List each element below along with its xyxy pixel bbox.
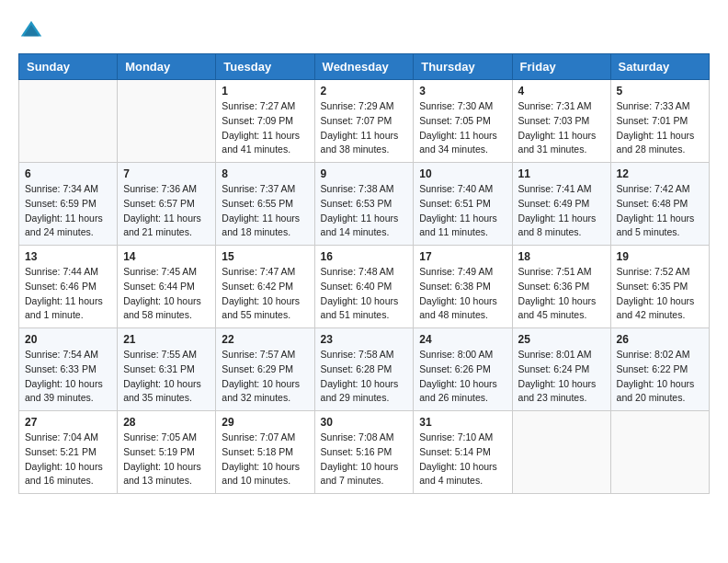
day-info: Sunrise: 8:01 AM Sunset: 6:24 PM Dayligh… — [518, 348, 605, 406]
day-info: Sunrise: 7:36 AM Sunset: 6:57 PM Dayligh… — [123, 182, 210, 240]
sunset: Sunset: 6:42 PM — [222, 281, 293, 292]
logo-icon — [18, 18, 44, 44]
day-info: Sunrise: 8:00 AM Sunset: 6:26 PM Dayligh… — [419, 348, 506, 406]
day-info: Sunrise: 7:31 AM Sunset: 7:03 PM Dayligh… — [518, 99, 605, 157]
sunrise: Sunrise: 7:58 AM — [321, 349, 394, 360]
calendar-cell: 5 Sunrise: 7:33 AM Sunset: 7:01 PM Dayli… — [610, 80, 709, 163]
sunrise: Sunrise: 7:44 AM — [25, 266, 98, 277]
calendar-cell: 7 Sunrise: 7:36 AM Sunset: 6:57 PM Dayli… — [118, 163, 216, 246]
sunset: Sunset: 6:53 PM — [321, 198, 392, 209]
day-info: Sunrise: 7:51 AM Sunset: 6:36 PM Dayligh… — [518, 265, 605, 323]
sunrise: Sunrise: 7:54 AM — [25, 349, 98, 360]
header-saturday: Saturday — [610, 54, 709, 80]
sunset: Sunset: 7:01 PM — [617, 115, 688, 126]
day-number: 26 — [617, 333, 703, 346]
day-number: 21 — [123, 333, 210, 346]
day-info: Sunrise: 7:49 AM Sunset: 6:38 PM Dayligh… — [419, 265, 506, 323]
sunrise: Sunrise: 7:45 AM — [123, 266, 197, 277]
header-tuesday: Tuesday — [216, 54, 314, 80]
sunset: Sunset: 6:28 PM — [321, 363, 392, 374]
daylight: Daylight: 10 hours and 20 minutes. — [617, 378, 695, 404]
day-info: Sunrise: 7:55 AM Sunset: 6:31 PM Dayligh… — [123, 348, 210, 406]
day-number: 6 — [25, 167, 111, 180]
daylight: Daylight: 11 hours and 8 minutes. — [518, 213, 597, 238]
sunrise: Sunrise: 7:27 AM — [222, 100, 295, 111]
calendar-cell: 13 Sunrise: 7:44 AM Sunset: 6:46 PM Dayl… — [19, 246, 118, 328]
sunrise: Sunrise: 7:37 AM — [222, 183, 295, 194]
sunset: Sunset: 7:07 PM — [321, 115, 392, 126]
sunrise: Sunrise: 7:41 AM — [518, 183, 592, 194]
sunset: Sunset: 6:51 PM — [419, 198, 491, 209]
calendar-cell: 9 Sunrise: 7:38 AM Sunset: 6:53 PM Dayli… — [314, 163, 414, 246]
calendar-cell: 24 Sunrise: 8:00 AM Sunset: 6:26 PM Dayl… — [414, 328, 512, 411]
day-info: Sunrise: 7:38 AM Sunset: 6:53 PM Dayligh… — [321, 182, 408, 240]
calendar-cell: 23 Sunrise: 7:58 AM Sunset: 6:28 PM Dayl… — [314, 328, 414, 411]
sunrise: Sunrise: 7:42 AM — [617, 183, 690, 194]
day-number: 23 — [321, 333, 408, 346]
sunrise: Sunrise: 8:01 AM — [518, 349, 592, 360]
sunset: Sunset: 5:18 PM — [222, 446, 293, 457]
sunrise: Sunrise: 7:55 AM — [123, 349, 197, 360]
sunset: Sunset: 6:55 PM — [222, 198, 293, 209]
day-number: 11 — [518, 167, 605, 180]
calendar-cell: 16 Sunrise: 7:48 AM Sunset: 6:40 PM Dayl… — [314, 246, 414, 328]
calendar-cell — [118, 80, 216, 163]
sunrise: Sunrise: 7:10 AM — [419, 431, 493, 442]
sunrise: Sunrise: 7:47 AM — [222, 266, 295, 277]
day-number: 10 — [419, 167, 506, 180]
daylight: Daylight: 10 hours and 35 minutes. — [123, 378, 201, 404]
day-number: 12 — [617, 167, 703, 180]
sunrise: Sunrise: 7:51 AM — [518, 266, 592, 277]
calendar-cell: 11 Sunrise: 7:41 AM Sunset: 6:49 PM Dayl… — [512, 163, 610, 246]
sunrise: Sunrise: 7:49 AM — [419, 266, 493, 277]
sunrise: Sunrise: 7:07 AM — [222, 431, 295, 442]
sunset: Sunset: 7:05 PM — [419, 115, 491, 126]
calendar-cell: 27 Sunrise: 7:04 AM Sunset: 5:21 PM Dayl… — [19, 411, 118, 494]
day-info: Sunrise: 7:05 AM Sunset: 5:19 PM Dayligh… — [123, 431, 210, 488]
day-info: Sunrise: 7:04 AM Sunset: 5:21 PM Dayligh… — [25, 431, 111, 488]
calendar-header-row: SundayMondayTuesdayWednesdayThursdayFrid… — [19, 54, 710, 80]
daylight: Daylight: 11 hours and 34 minutes. — [419, 130, 497, 155]
calendar-cell: 3 Sunrise: 7:30 AM Sunset: 7:05 PM Dayli… — [414, 80, 512, 163]
day-info: Sunrise: 7:52 AM Sunset: 6:35 PM Dayligh… — [617, 265, 703, 323]
sunrise: Sunrise: 8:02 AM — [617, 349, 690, 360]
sunset: Sunset: 5:16 PM — [321, 446, 392, 457]
day-info: Sunrise: 7:45 AM Sunset: 6:44 PM Dayligh… — [123, 265, 210, 323]
day-info: Sunrise: 7:30 AM Sunset: 7:05 PM Dayligh… — [419, 99, 506, 157]
day-number: 27 — [25, 416, 111, 429]
sunset: Sunset: 6:46 PM — [25, 281, 97, 292]
calendar-cell — [610, 411, 709, 494]
day-info: Sunrise: 7:29 AM Sunset: 7:07 PM Dayligh… — [321, 99, 408, 157]
daylight: Daylight: 10 hours and 16 minutes. — [25, 461, 103, 487]
sunrise: Sunrise: 8:00 AM — [419, 349, 493, 360]
calendar-week-4: 20 Sunrise: 7:54 AM Sunset: 6:33 PM Dayl… — [19, 328, 710, 411]
daylight: Daylight: 11 hours and 41 minutes. — [222, 130, 300, 155]
day-info: Sunrise: 7:37 AM Sunset: 6:55 PM Dayligh… — [222, 182, 308, 240]
day-info: Sunrise: 7:57 AM Sunset: 6:29 PM Dayligh… — [222, 348, 308, 406]
sunrise: Sunrise: 7:30 AM — [419, 100, 493, 111]
day-number: 3 — [419, 85, 506, 98]
sunset: Sunset: 6:44 PM — [123, 281, 195, 292]
day-info: Sunrise: 7:40 AM Sunset: 6:51 PM Dayligh… — [419, 182, 506, 240]
sunset: Sunset: 6:40 PM — [321, 281, 392, 292]
day-number: 30 — [321, 416, 408, 429]
sunrise: Sunrise: 7:38 AM — [321, 183, 394, 194]
header-monday: Monday — [118, 54, 216, 80]
daylight: Daylight: 10 hours and 13 minutes. — [123, 461, 201, 487]
header-friday: Friday — [512, 54, 610, 80]
day-number: 15 — [222, 250, 308, 263]
calendar-week-2: 6 Sunrise: 7:34 AM Sunset: 6:59 PM Dayli… — [19, 163, 710, 246]
calendar-cell: 18 Sunrise: 7:51 AM Sunset: 6:36 PM Dayl… — [512, 246, 610, 328]
calendar-cell — [19, 80, 118, 163]
day-number: 24 — [419, 333, 506, 346]
calendar-week-5: 27 Sunrise: 7:04 AM Sunset: 5:21 PM Dayl… — [19, 411, 710, 494]
daylight: Daylight: 10 hours and 39 minutes. — [25, 378, 103, 404]
day-info: Sunrise: 7:10 AM Sunset: 5:14 PM Dayligh… — [419, 431, 506, 488]
sunrise: Sunrise: 7:05 AM — [123, 431, 197, 442]
daylight: Daylight: 11 hours and 14 minutes. — [321, 213, 399, 238]
day-info: Sunrise: 7:48 AM Sunset: 6:40 PM Dayligh… — [321, 265, 408, 323]
calendar-cell: 21 Sunrise: 7:55 AM Sunset: 6:31 PM Dayl… — [118, 328, 216, 411]
calendar-week-3: 13 Sunrise: 7:44 AM Sunset: 6:46 PM Dayl… — [19, 246, 710, 328]
calendar-cell: 31 Sunrise: 7:10 AM Sunset: 5:14 PM Dayl… — [414, 411, 512, 494]
calendar-cell: 30 Sunrise: 7:08 AM Sunset: 5:16 PM Dayl… — [314, 411, 414, 494]
